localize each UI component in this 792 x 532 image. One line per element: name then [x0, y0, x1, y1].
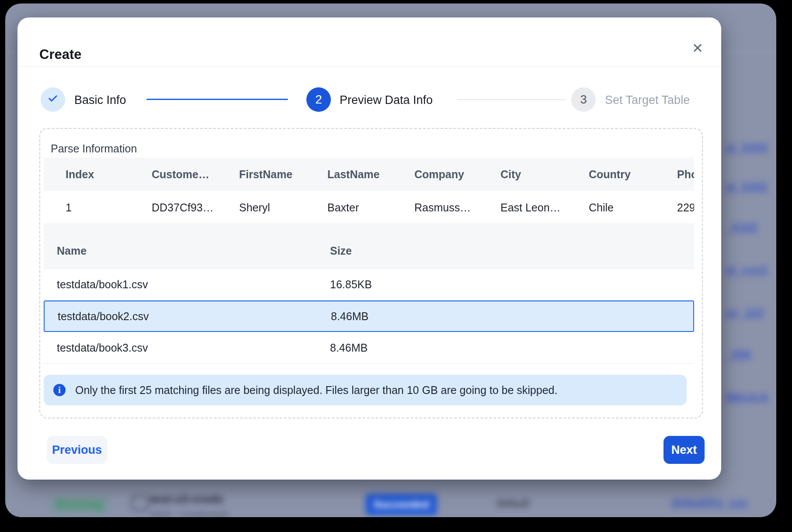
table-cell: Rasmuss… — [414, 201, 471, 214]
file-table-header: Name Size — [44, 225, 694, 269]
column-header: Custome… — [152, 168, 209, 181]
column-header-name: Name — [57, 245, 87, 257]
column-header: City — [500, 168, 521, 181]
file-size: 16.85KB — [330, 278, 372, 291]
info-banner: i Only the first 25 matching files are b… — [44, 375, 687, 405]
table-row: 1 DD37Cf93… Sheryl Baxter Rasmuss… East … — [44, 191, 694, 224]
background-file-link: _0193 — [726, 221, 776, 234]
screen: { "modal": { "title": "Create" }, "icons… — [0, 0, 792, 532]
table-cell: East Leon… — [500, 201, 561, 214]
check-icon — [47, 92, 59, 107]
background-file-link: sv_123 — [726, 306, 776, 319]
table-cell: Chile — [589, 201, 614, 214]
file-row-selected[interactable]: testdata/book2.csv 8.46MB — [44, 301, 694, 332]
preview-data-table: Index Custome… FirstName LastName Compan… — [44, 158, 694, 225]
background-file-link: st_0304 — [726, 141, 776, 154]
step-1-label[interactable]: Basic Info — [74, 93, 126, 107]
table-cell: 1 — [66, 201, 72, 214]
step-connector-upcoming — [457, 99, 566, 100]
column-header: Phone — [677, 168, 694, 181]
parse-section-title: Parse Information — [51, 142, 137, 155]
table-cell: Sheryl — [239, 201, 270, 214]
table-cell: DD37Cf93… — [152, 201, 214, 214]
column-header: LastName — [327, 168, 380, 181]
background-file-link: _098 — [726, 348, 776, 361]
file-row[interactable]: testdata/book3.csv 8.46MB — [44, 332, 694, 364]
credential-subtitle: AWS - Credentials — [150, 509, 229, 517]
step-1-indicator[interactable] — [41, 87, 65, 112]
create-dialog: Create ✕ Basic Info 2 Preview Data Info … — [17, 17, 721, 480]
namespace-cell: default — [497, 497, 529, 510]
column-header-size: Size — [330, 245, 352, 257]
step-3-indicator[interactable]: 3 — [571, 87, 596, 112]
file-name: testdata/book1.csv — [57, 278, 148, 291]
dialog-title: Create — [39, 47, 82, 62]
column-header: Company — [414, 168, 464, 181]
credential-name: test-s3-creds — [150, 493, 223, 506]
background-file-link: st_csv2 — [726, 263, 776, 276]
step-connector-complete — [146, 99, 288, 100]
info-banner-text: Only the first 25 matching files are bei… — [75, 384, 557, 397]
column-header: FirstName — [239, 168, 292, 181]
file-name: testdata/book2.csv — [58, 310, 149, 323]
step-2-label[interactable]: Preview Data Info — [340, 93, 433, 107]
parse-information-panel: Parse Information Index Custome… FirstNa… — [39, 128, 703, 418]
credential-icon — [131, 495, 149, 511]
close-icon[interactable]: ✕ — [687, 38, 708, 59]
file-size: 8.46MB — [331, 310, 368, 323]
next-button[interactable]: Next — [663, 436, 705, 464]
file-size: 8.46MB — [330, 342, 368, 354]
file-row[interactable]: testdata/book1.csv 16.85KB — [44, 269, 694, 301]
status-badge-running: Running — [50, 495, 108, 514]
step-3-label[interactable]: Set Target Table — [605, 93, 690, 107]
file-table-body: testdata/book1.csv 16.85KB testdata/book… — [44, 269, 694, 364]
background-file-link: st_0302 — [726, 180, 776, 193]
background-table-row: Running test-s3-creds AWS - Credentials … — [5, 489, 776, 517]
column-header: Country — [589, 168, 631, 181]
step-2-indicator[interactable]: 2 — [306, 87, 331, 112]
column-header: Index — [66, 168, 94, 181]
info-icon: i — [53, 384, 66, 396]
status-badge-succeeded: Succeeded — [365, 494, 437, 515]
header-divider — [17, 66, 721, 67]
table-cell: Baxter — [327, 201, 359, 214]
file-name: testdata/book3.csv — [57, 342, 148, 354]
preview-table-header: Index Custome… FirstName LastName Compan… — [44, 158, 694, 191]
background-file-link: 9MsArA — [726, 390, 776, 404]
previous-button[interactable]: Previous — [47, 436, 107, 464]
table-cell: 2295 — [677, 201, 694, 214]
background-file-link: default/h1_csv — [671, 496, 747, 509]
